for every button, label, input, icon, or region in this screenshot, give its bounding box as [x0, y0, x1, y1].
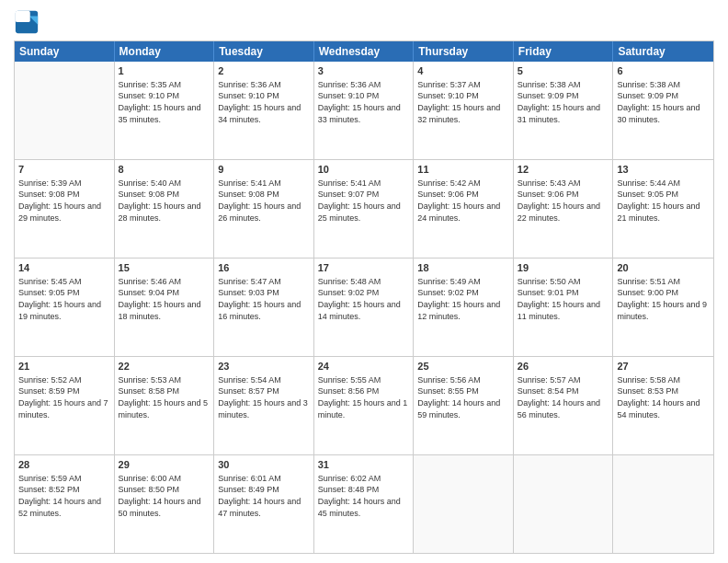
calendar-cell: 28Sunrise: 5:59 AM Sunset: 8:52 PM Dayli…	[15, 455, 115, 553]
calendar-cell: 15Sunrise: 5:46 AM Sunset: 9:04 PM Dayli…	[115, 259, 215, 356]
calendar-row-3: 14Sunrise: 5:45 AM Sunset: 9:05 PM Dayli…	[15, 259, 713, 357]
cell-info: Sunrise: 5:36 AM Sunset: 9:10 PM Dayligh…	[318, 79, 410, 125]
cell-info: Sunrise: 5:53 AM Sunset: 8:58 PM Dayligh…	[119, 374, 210, 420]
calendar-cell: 9Sunrise: 5:41 AM Sunset: 9:08 PM Daylig…	[214, 160, 314, 258]
header-day-saturday: Saturday	[613, 41, 713, 62]
calendar-cell: 11Sunrise: 5:42 AM Sunset: 9:06 PM Dayli…	[414, 160, 514, 258]
calendar-cell	[613, 455, 713, 553]
day-number: 15	[119, 261, 210, 275]
day-number: 1	[119, 64, 210, 78]
calendar-cell: 6Sunrise: 5:38 AM Sunset: 9:09 PM Daylig…	[613, 62, 713, 159]
calendar-cell: 23Sunrise: 5:54 AM Sunset: 8:57 PM Dayli…	[214, 357, 314, 454]
calendar-body: 1Sunrise: 5:35 AM Sunset: 9:10 PM Daylig…	[15, 62, 713, 553]
page-header	[14, 9, 714, 35]
day-number: 17	[318, 261, 410, 275]
day-number: 10	[318, 163, 410, 177]
cell-info: Sunrise: 5:37 AM Sunset: 9:10 PM Dayligh…	[417, 79, 509, 125]
day-number: 12	[518, 163, 609, 177]
day-number: 8	[119, 163, 210, 177]
calendar-cell: 27Sunrise: 5:58 AM Sunset: 8:53 PM Dayli…	[613, 357, 713, 454]
calendar-cell	[514, 455, 614, 553]
day-number: 5	[518, 64, 609, 78]
cell-info: Sunrise: 5:52 AM Sunset: 8:59 PM Dayligh…	[18, 374, 110, 420]
day-number: 6	[617, 64, 710, 78]
cell-info: Sunrise: 5:50 AM Sunset: 9:01 PM Dayligh…	[518, 276, 609, 322]
calendar-cell: 3Sunrise: 5:36 AM Sunset: 9:10 PM Daylig…	[314, 62, 415, 159]
calendar-cell: 18Sunrise: 5:49 AM Sunset: 9:02 PM Dayli…	[414, 259, 514, 356]
calendar-cell: 20Sunrise: 5:51 AM Sunset: 9:00 PM Dayli…	[613, 259, 713, 356]
day-number: 29	[119, 458, 210, 472]
day-number: 31	[318, 458, 410, 472]
day-number: 2	[218, 64, 310, 78]
cell-info: Sunrise: 5:41 AM Sunset: 9:08 PM Dayligh…	[218, 178, 310, 224]
day-number: 18	[417, 261, 509, 275]
cell-info: Sunrise: 5:45 AM Sunset: 9:05 PM Dayligh…	[18, 276, 110, 322]
cell-info: Sunrise: 5:55 AM Sunset: 8:56 PM Dayligh…	[318, 374, 410, 420]
cell-info: Sunrise: 5:49 AM Sunset: 9:02 PM Dayligh…	[417, 276, 509, 322]
day-number: 25	[417, 360, 509, 373]
cell-info: Sunrise: 5:58 AM Sunset: 8:53 PM Dayligh…	[617, 374, 710, 420]
day-number: 28	[18, 458, 110, 472]
cell-info: Sunrise: 5:56 AM Sunset: 8:55 PM Dayligh…	[417, 374, 509, 420]
calendar-row-1: 1Sunrise: 5:35 AM Sunset: 9:10 PM Daylig…	[15, 62, 713, 160]
calendar-cell: 24Sunrise: 5:55 AM Sunset: 8:56 PM Dayli…	[314, 357, 415, 454]
cell-info: Sunrise: 6:02 AM Sunset: 8:48 PM Dayligh…	[318, 473, 410, 519]
header-day-wednesday: Wednesday	[314, 41, 415, 62]
logo	[14, 9, 43, 35]
calendar-cell: 26Sunrise: 5:57 AM Sunset: 8:54 PM Dayli…	[514, 357, 614, 454]
cell-info: Sunrise: 5:51 AM Sunset: 9:00 PM Dayligh…	[617, 276, 710, 322]
day-number: 13	[617, 163, 710, 177]
calendar-cell: 5Sunrise: 5:38 AM Sunset: 9:09 PM Daylig…	[514, 62, 614, 159]
cell-info: Sunrise: 5:42 AM Sunset: 9:06 PM Dayligh…	[417, 178, 509, 224]
cell-info: Sunrise: 5:43 AM Sunset: 9:06 PM Dayligh…	[518, 178, 609, 224]
header-day-monday: Monday	[115, 41, 215, 62]
calendar-header: SundayMondayTuesdayWednesdayThursdayFrid…	[15, 41, 713, 62]
cell-info: Sunrise: 6:01 AM Sunset: 8:49 PM Dayligh…	[218, 473, 310, 519]
header-day-thursday: Thursday	[414, 41, 514, 62]
header-day-sunday: Sunday	[15, 41, 115, 62]
cell-info: Sunrise: 5:47 AM Sunset: 9:03 PM Dayligh…	[218, 276, 310, 322]
logo-icon	[14, 9, 40, 35]
calendar-row-4: 21Sunrise: 5:52 AM Sunset: 8:59 PM Dayli…	[15, 357, 713, 455]
day-number: 19	[518, 261, 609, 275]
calendar-cell	[414, 455, 514, 553]
calendar-row-5: 28Sunrise: 5:59 AM Sunset: 8:52 PM Dayli…	[15, 455, 713, 553]
calendar-cell: 12Sunrise: 5:43 AM Sunset: 9:06 PM Dayli…	[514, 160, 614, 258]
cell-info: Sunrise: 5:40 AM Sunset: 9:08 PM Dayligh…	[119, 178, 210, 224]
header-day-tuesday: Tuesday	[214, 41, 314, 62]
cell-info: Sunrise: 5:35 AM Sunset: 9:10 PM Dayligh…	[119, 79, 210, 125]
day-number: 22	[119, 360, 210, 373]
header-day-friday: Friday	[514, 41, 614, 62]
day-number: 26	[518, 360, 609, 373]
day-number: 20	[617, 261, 710, 275]
calendar: SundayMondayTuesdayWednesdayThursdayFrid…	[14, 40, 714, 554]
day-number: 21	[18, 360, 110, 373]
day-number: 24	[318, 360, 410, 373]
calendar-cell: 14Sunrise: 5:45 AM Sunset: 9:05 PM Dayli…	[15, 259, 115, 356]
day-number: 9	[218, 163, 310, 177]
cell-info: Sunrise: 5:36 AM Sunset: 9:10 PM Dayligh…	[218, 79, 310, 125]
calendar-cell	[15, 62, 115, 159]
calendar-cell: 31Sunrise: 6:02 AM Sunset: 8:48 PM Dayli…	[314, 455, 415, 553]
cell-info: Sunrise: 5:39 AM Sunset: 9:08 PM Dayligh…	[18, 178, 110, 224]
day-number: 4	[417, 64, 509, 78]
day-number: 16	[218, 261, 310, 275]
svg-rect-2	[16, 11, 30, 22]
cell-info: Sunrise: 5:54 AM Sunset: 8:57 PM Dayligh…	[218, 374, 310, 420]
calendar-cell: 1Sunrise: 5:35 AM Sunset: 9:10 PM Daylig…	[115, 62, 215, 159]
calendar-cell: 21Sunrise: 5:52 AM Sunset: 8:59 PM Dayli…	[15, 357, 115, 454]
day-number: 23	[218, 360, 310, 373]
day-number: 3	[318, 64, 410, 78]
calendar-page: SundayMondayTuesdayWednesdayThursdayFrid…	[0, 0, 728, 563]
calendar-cell: 13Sunrise: 5:44 AM Sunset: 9:05 PM Dayli…	[613, 160, 713, 258]
calendar-cell: 25Sunrise: 5:56 AM Sunset: 8:55 PM Dayli…	[414, 357, 514, 454]
cell-info: Sunrise: 5:48 AM Sunset: 9:02 PM Dayligh…	[318, 276, 410, 322]
calendar-cell: 2Sunrise: 5:36 AM Sunset: 9:10 PM Daylig…	[214, 62, 314, 159]
calendar-cell: 7Sunrise: 5:39 AM Sunset: 9:08 PM Daylig…	[15, 160, 115, 258]
cell-info: Sunrise: 5:38 AM Sunset: 9:09 PM Dayligh…	[617, 79, 710, 125]
calendar-cell: 22Sunrise: 5:53 AM Sunset: 8:58 PM Dayli…	[115, 357, 215, 454]
cell-info: Sunrise: 5:41 AM Sunset: 9:07 PM Dayligh…	[318, 178, 410, 224]
day-number: 7	[18, 163, 110, 177]
cell-info: Sunrise: 5:57 AM Sunset: 8:54 PM Dayligh…	[518, 374, 609, 420]
cell-info: Sunrise: 5:38 AM Sunset: 9:09 PM Dayligh…	[518, 79, 609, 125]
